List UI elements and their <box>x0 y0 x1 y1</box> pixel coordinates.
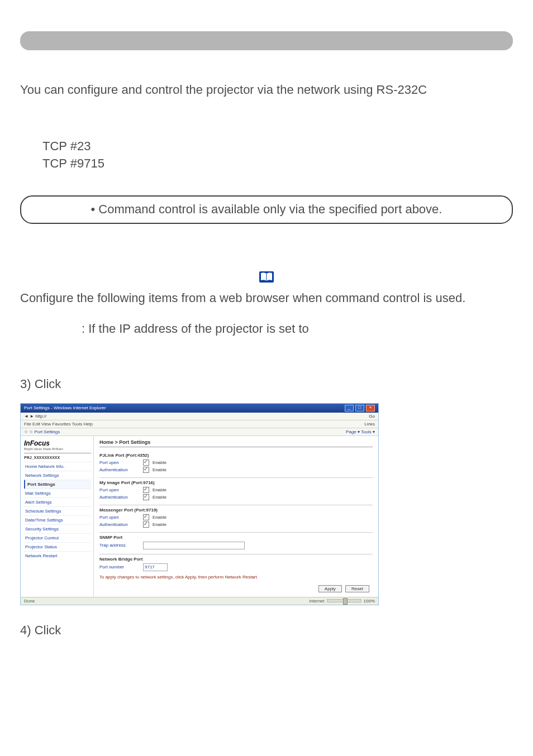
window-titlebar: Port Settings - Windows Internet Explore… <box>21 404 378 413</box>
section-title-messenger: Messenger Port (Port:9719) <box>99 508 373 513</box>
logo: InFocus Bright Ideas Made Brilliant <box>24 439 91 453</box>
checkbox-myimage-open[interactable] <box>143 487 149 493</box>
intro-text: You can configure and control the projec… <box>20 82 513 99</box>
minimize-button[interactable]: _ <box>345 405 354 412</box>
window-buttons: _ □ × <box>344 405 375 412</box>
zoom-value: 100% <box>364 599 375 604</box>
label-port-open: Port open <box>99 487 140 492</box>
section-snmp: SNMP Port Trap address <box>99 533 373 554</box>
logo-text: InFocus <box>24 439 50 447</box>
sidebar: InFocus Bright Ideas Made Brilliant PRJ_… <box>21 436 94 597</box>
label-port-open: Port open <box>99 515 140 520</box>
main-panel: Home > Port Settings PJLink Port (Port:4… <box>94 436 378 597</box>
sidebar-item[interactable]: Home Network Info. <box>24 462 91 471</box>
maximize-button[interactable]: □ <box>355 405 364 412</box>
book-icon-row <box>20 271 513 285</box>
input-trap-address[interactable] <box>143 542 245 549</box>
enable-text: Enable <box>153 487 166 492</box>
book-icon <box>259 271 274 283</box>
document-page: You can configure and control the projec… <box>0 0 533 659</box>
checkbox-pjlink-open[interactable] <box>143 460 149 466</box>
input-bridge-port[interactable]: 9717 <box>143 563 168 571</box>
section-title-pjlink: PJLink Port (Port:4352) <box>99 453 373 458</box>
address-bar-row: ◄ ► http:// Go <box>21 413 378 420</box>
embedded-screenshot: Port Settings - Windows Internet Explore… <box>20 403 513 605</box>
page-tab[interactable]: Port Settings <box>34 429 60 434</box>
step3-text: 3) Click <box>20 376 513 393</box>
bridge-port-value: 9717 <box>145 564 155 570</box>
toolbar-right[interactable]: Page ▾ Tools ▾ <box>346 429 375 434</box>
status-zone: Internet <box>309 599 324 604</box>
sidebar-item[interactable]: Mail Settings <box>24 489 91 497</box>
status-right: Internet 100% <box>309 599 375 604</box>
sidebar-item[interactable]: Security Settings <box>24 524 91 533</box>
go-button[interactable]: Go <box>369 414 375 419</box>
port-tcp23: TCP #23 <box>42 138 513 155</box>
configure-line: Configure the following items from a web… <box>20 290 513 307</box>
sidebar-item[interactable]: Network Restart <box>24 551 91 560</box>
checkbox-myimage-auth[interactable] <box>143 494 149 500</box>
tab-toolbar: ☆ ☆ Port Settings Page ▾ Tools ▾ <box>21 428 378 436</box>
label-port-number: Port number <box>99 564 140 570</box>
note-text: • Command control is available only via … <box>91 201 442 218</box>
apply-button[interactable]: Apply <box>318 585 342 592</box>
enable-text: Enable <box>153 515 166 520</box>
apply-note: To apply changes to network settings, cl… <box>99 575 373 580</box>
status-left: Done <box>24 599 35 604</box>
zoom-slider[interactable] <box>327 599 361 602</box>
sidebar-item[interactable]: Date/Time Settings <box>24 515 91 524</box>
note-callout: • Command control is available only via … <box>20 195 513 224</box>
reset-button[interactable]: Reset <box>345 585 369 592</box>
ip-line: : If the IP address of the projector is … <box>82 320 513 338</box>
enable-text: Enable <box>153 467 166 472</box>
sidebar-item[interactable]: Schedule Settings <box>24 506 91 515</box>
browser-menu: File Edit View Favorites Tools Help Link… <box>21 420 378 428</box>
label-trap-address: Trap address <box>99 543 140 548</box>
address-url-prefix[interactable]: http:// <box>35 414 46 419</box>
enable-text: Enable <box>153 522 166 527</box>
label-auth: Authentication <box>99 522 140 527</box>
sidebar-nav: Home Network Info.Network SettingsPort S… <box>24 462 91 560</box>
sidebar-item[interactable]: Network Settings <box>24 471 91 480</box>
section-pjlink: PJLink Port (Port:4352) Port open Enable… <box>99 451 373 478</box>
section-title-snmp: SNMP Port <box>99 535 373 540</box>
status-bar: Done Internet 100% <box>21 597 378 605</box>
breadcrumb: Home > Port Settings <box>99 439 373 447</box>
section-bridge: Network Bridge Port Port number 9717 To … <box>99 554 373 583</box>
checkbox-pjlink-auth[interactable] <box>143 467 149 473</box>
enable-text: Enable <box>153 495 166 500</box>
section-title-myimage: My Image Port (Port:9716) <box>99 480 373 485</box>
header-bar <box>20 31 513 50</box>
sidebar-item[interactable]: Projector Control <box>24 533 91 542</box>
port-tcp9715: TCP #9715 <box>42 155 513 173</box>
section-title-bridge: Network Bridge Port <box>99 557 373 562</box>
enable-text: Enable <box>153 460 166 465</box>
window-title: Port Settings - Windows Internet Explore… <box>24 405 106 410</box>
section-myimage: My Image Port (Port:9716) Port open Enab… <box>99 478 373 505</box>
label-auth: Authentication <box>99 467 140 472</box>
menu-items[interactable]: File Edit View Favorites Tools Help <box>24 422 93 427</box>
sidebar-item[interactable]: Alert Settings <box>24 497 91 506</box>
step4-text: 4) Click <box>20 622 513 639</box>
section-messenger: Messenger Port (Port:9719) Port open Ena… <box>99 505 373 533</box>
label-auth: Authentication <box>99 495 140 500</box>
label-port-open: Port open <box>99 460 140 465</box>
button-row: Apply Reset <box>99 583 373 594</box>
sidebar-item[interactable]: Port Settings <box>24 480 91 489</box>
logo-tagline: Bright Ideas Made Brilliant <box>24 447 91 451</box>
model-label: PRJ_XXXXXXXXXX <box>24 456 91 460</box>
checkbox-messenger-open[interactable] <box>143 514 149 520</box>
checkbox-messenger-auth[interactable] <box>143 521 149 528</box>
links-label[interactable]: Links <box>364 422 375 427</box>
sidebar-item[interactable]: Projector Status <box>24 542 91 551</box>
close-button[interactable]: × <box>366 405 375 412</box>
